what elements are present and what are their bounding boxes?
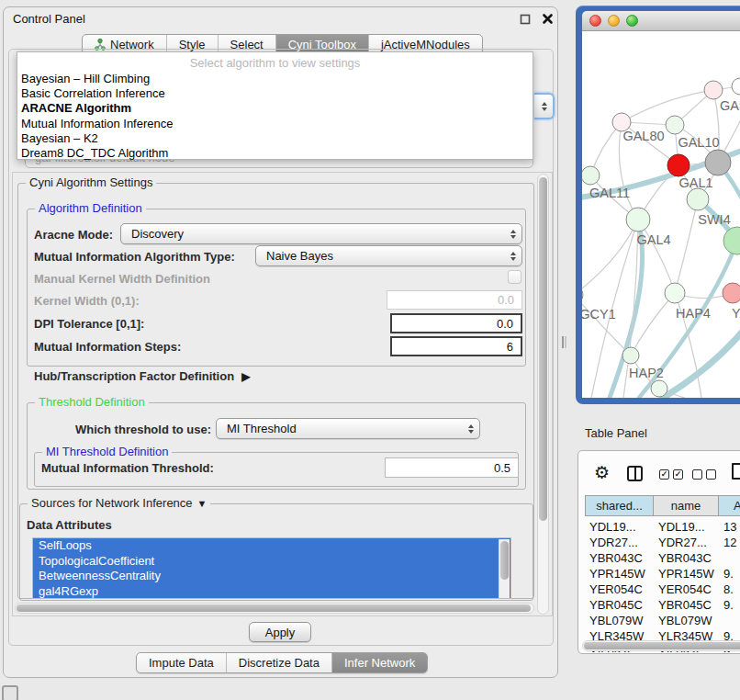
zoom-traffic-light[interactable]: [626, 15, 638, 27]
node[interactable]: [651, 380, 667, 397]
table-cell[interactable]: YDL19...: [654, 520, 719, 536]
close-traffic-light[interactable]: [589, 15, 601, 27]
list-item[interactable]: gal4RGexp: [33, 584, 510, 600]
column-header-shared-name[interactable]: shared...: [585, 495, 654, 516]
columns-icon[interactable]: [627, 466, 643, 481]
deselect-all-checkbox-icon[interactable]: [706, 469, 716, 480]
table-cell[interactable]: 13: [719, 520, 740, 536]
table-cell[interactable]: 8.: [719, 582, 740, 598]
mi-threshold-field[interactable]: 0.5: [385, 457, 519, 478]
edge[interactable]: [675, 199, 698, 293]
table-cell[interactable]: 12: [719, 536, 740, 551]
node-gal1[interactable]: [687, 188, 709, 210]
list-vertical-scrollbar[interactable]: [499, 539, 510, 598]
table-cell[interactable]: YDL19...: [585, 520, 654, 536]
table-horizontal-scrollbar[interactable]: [582, 640, 740, 651]
minimized-panel-icon[interactable]: [2, 685, 18, 700]
node-hap2[interactable]: [622, 347, 639, 364]
hub-definition-expander[interactable]: Hub/Transcription Factor Definition▶: [34, 369, 250, 383]
column-header-name[interactable]: name: [654, 495, 719, 516]
column-header-partial[interactable]: A: [719, 495, 740, 516]
node-swi4[interactable]: [723, 227, 740, 254]
table-cell[interactable]: YBR045C: [654, 598, 719, 614]
network-window-titlebar[interactable]: [582, 11, 740, 31]
data-attributes-list: SelfLoops TopologicalCoefficient Between…: [32, 537, 511, 599]
table-cell[interactable]: YBL079W: [654, 614, 719, 629]
gear-icon[interactable]: ⚙: [594, 464, 610, 481]
list-item[interactable]: TopologicalCoefficient: [33, 554, 510, 570]
edge[interactable]: [582, 220, 638, 295]
table-cell[interactable]: YPR145W: [654, 567, 719, 582]
edge[interactable]: [622, 90, 713, 122]
dpi-tolerance-field[interactable]: 0.0: [390, 313, 522, 333]
edge[interactable]: [582, 295, 631, 356]
mi-type-combo[interactable]: Naive Bayes: [255, 245, 522, 266]
list-item[interactable]: SelfLoops: [33, 538, 510, 554]
manual-kernel-checkbox[interactable]: [508, 270, 521, 284]
mi-steps-field[interactable]: 6: [390, 336, 522, 356]
mi-type-label: Mutual Information Algorithm Type:: [34, 250, 235, 264]
table-cell[interactable]: YBR045C: [585, 598, 654, 614]
table-cell[interactable]: YER054C: [654, 582, 719, 598]
table-cell[interactable]: YBR043C: [654, 551, 719, 567]
node-gal11[interactable]: [582, 166, 600, 185]
node-label: HAP2: [629, 366, 664, 380]
minimize-traffic-light[interactable]: [608, 15, 620, 27]
apply-button[interactable]: Apply: [249, 622, 311, 642]
popup-item[interactable]: Dream8 DC_TDC Algorithm: [17, 146, 533, 161]
algorithm-combo-fragment[interactable]: [534, 93, 555, 119]
settings-vertical-scrollbar[interactable]: [537, 174, 549, 615]
popup-item[interactable]: Bayesian – Hill Climbing: [17, 72, 533, 86]
popup-item-selected[interactable]: ARACNE Algorithm: [17, 101, 533, 116]
table-cell[interactable]: YBR043C: [585, 551, 654, 567]
tab-infer-network[interactable]: Infer Network: [331, 653, 427, 672]
network-view-window: GAL GAL80 GAL10 GAL1 GAL11 SWI4 GAL4 GCY…: [576, 6, 740, 404]
algorithm-dropdown-popup: Select algorithm to view settings Bayesi…: [17, 51, 533, 160]
table-cell[interactable]: [719, 614, 740, 629]
table-cell[interactable]: 9.: [719, 567, 740, 582]
tab-discretize-data[interactable]: Discretize Data: [226, 653, 331, 672]
node-gal10[interactable]: [666, 116, 684, 134]
popup-item[interactable]: Mutual Information Inference: [17, 117, 533, 131]
node[interactable]: [732, 78, 740, 95]
table-cell[interactable]: YDR27...: [585, 536, 654, 551]
table-cell[interactable]: YER054C: [585, 582, 654, 598]
node-gal4[interactable]: [626, 208, 650, 231]
tab-impute-data[interactable]: Impute Data: [137, 653, 226, 672]
node[interactable]: [704, 81, 723, 99]
select-all-checkbox-icon[interactable]: ✓: [659, 469, 669, 480]
export-table-icon[interactable]: [732, 463, 740, 480]
close-icon[interactable]: [542, 13, 554, 25]
which-threshold-combo[interactable]: MI Threshold: [216, 418, 480, 439]
panel-splitter-grip[interactable]: [562, 336, 566, 348]
list-item[interactable]: BetweennessCentrality: [33, 569, 510, 584]
node-gray[interactable]: [705, 150, 731, 175]
popup-item[interactable]: Basic Correlation Inference: [17, 86, 533, 101]
collapse-down-icon[interactable]: ▼: [197, 498, 207, 509]
deselect-all-checkbox-icon[interactable]: [692, 469, 702, 480]
node-label: SWI4: [698, 212, 730, 227]
table-cell[interactable]: YBL079W: [585, 614, 654, 629]
popup-item[interactable]: Bayesian – K2: [17, 131, 533, 146]
node-hap4[interactable]: [665, 283, 685, 303]
kernel-width-field[interactable]: 0.0: [387, 290, 522, 310]
aracne-mode-combo[interactable]: Discovery: [120, 223, 522, 244]
scrollbar-thumb[interactable]: [539, 177, 547, 521]
group-title: Sources for Network Inference: [31, 496, 193, 510]
node-salmon[interactable]: [723, 283, 740, 303]
table-cell[interactable]: [719, 551, 740, 567]
select-all-checkbox-icon[interactable]: ✓: [673, 469, 683, 480]
table-cell[interactable]: YDR27...: [654, 536, 719, 551]
scrollbar-thumb[interactable]: [17, 604, 531, 612]
group-title: Cyni Algorithm Settings: [29, 175, 152, 189]
network-canvas[interactable]: GAL GAL80 GAL10 GAL1 GAL11 SWI4 GAL4 GCY…: [582, 31, 740, 398]
node-label: HAP4: [676, 306, 711, 321]
float-window-icon[interactable]: [520, 14, 531, 25]
settings-horizontal-scrollbar[interactable]: [15, 603, 534, 614]
scrollbar-thumb[interactable]: [500, 541, 509, 580]
edge[interactable]: [663, 327, 740, 398]
node-selected-red[interactable]: [667, 154, 690, 176]
table-cell[interactable]: YPR145W: [585, 567, 654, 582]
table-cell[interactable]: 9.: [719, 598, 740, 614]
scrollbar-thumb[interactable]: [584, 642, 740, 649]
